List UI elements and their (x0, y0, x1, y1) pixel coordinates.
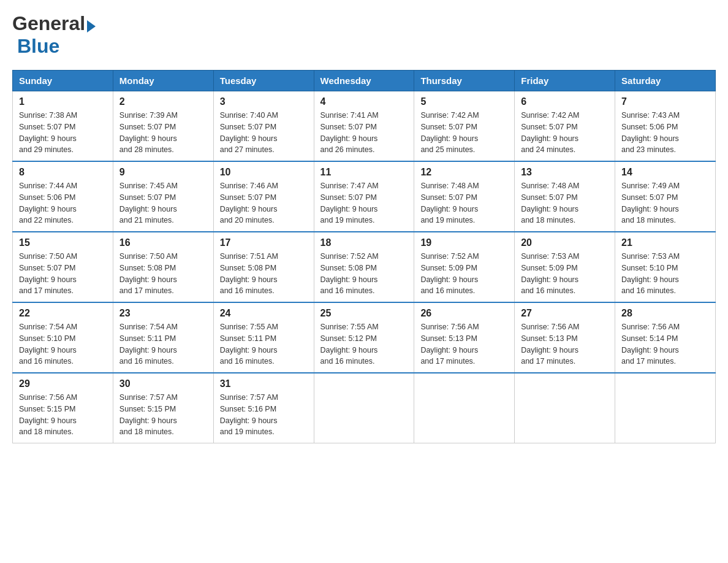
calendar-week-row: 29 Sunrise: 7:56 AMSunset: 5:15 PMDaylig… (13, 373, 716, 443)
day-number: 21 (621, 237, 709, 248)
logo-triangle-icon (87, 20, 96, 33)
calendar-cell: 1 Sunrise: 7:38 AMSunset: 5:07 PMDayligh… (13, 91, 113, 162)
calendar-cell: 7 Sunrise: 7:43 AMSunset: 5:06 PMDayligh… (615, 91, 716, 162)
day-info: Sunrise: 7:57 AMSunset: 5:16 PMDaylight:… (220, 393, 278, 436)
calendar-cell: 4 Sunrise: 7:41 AMSunset: 5:07 PMDayligh… (314, 91, 414, 162)
day-info: Sunrise: 7:40 AMSunset: 5:07 PMDaylight:… (220, 111, 278, 154)
day-info: Sunrise: 7:41 AMSunset: 5:07 PMDaylight:… (320, 111, 379, 154)
calendar-cell: 25 Sunrise: 7:55 AMSunset: 5:12 PMDaylig… (314, 302, 414, 373)
calendar-cell: 8 Sunrise: 7:44 AMSunset: 5:06 PMDayligh… (13, 161, 113, 232)
day-info: Sunrise: 7:51 AMSunset: 5:08 PMDaylight:… (220, 252, 278, 295)
day-header-saturday: Saturday (615, 71, 716, 91)
day-info: Sunrise: 7:56 AMSunset: 5:13 PMDaylight:… (420, 323, 479, 366)
day-info: Sunrise: 7:55 AMSunset: 5:12 PMDaylight:… (320, 323, 379, 366)
day-number: 1 (19, 96, 107, 107)
day-number: 8 (19, 167, 107, 178)
calendar-cell: 17 Sunrise: 7:51 AMSunset: 5:08 PMDaylig… (213, 232, 314, 302)
calendar-cell: 31 Sunrise: 7:57 AMSunset: 5:16 PMDaylig… (213, 373, 314, 443)
day-header-tuesday: Tuesday (213, 71, 314, 91)
day-info: Sunrise: 7:49 AMSunset: 5:07 PMDaylight:… (621, 182, 680, 224)
logo-general-text: General (12, 12, 85, 35)
day-info: Sunrise: 7:45 AMSunset: 5:07 PMDaylight:… (119, 182, 178, 224)
calendar-cell (515, 373, 615, 443)
logo-blue-text: Blue (17, 35, 59, 57)
day-info: Sunrise: 7:52 AMSunset: 5:09 PMDaylight:… (420, 252, 479, 295)
calendar-cell: 21 Sunrise: 7:53 AMSunset: 5:10 PMDaylig… (615, 232, 716, 302)
calendar-cell: 10 Sunrise: 7:46 AMSunset: 5:07 PMDaylig… (213, 161, 314, 232)
day-number: 17 (220, 237, 308, 248)
calendar-cell: 5 Sunrise: 7:42 AMSunset: 5:07 PMDayligh… (414, 91, 515, 162)
day-info: Sunrise: 7:47 AMSunset: 5:07 PMDaylight:… (320, 182, 379, 224)
day-info: Sunrise: 7:38 AMSunset: 5:07 PMDaylight:… (19, 111, 77, 154)
day-number: 13 (521, 167, 609, 178)
day-info: Sunrise: 7:43 AMSunset: 5:06 PMDaylight:… (621, 111, 680, 154)
day-info: Sunrise: 7:56 AMSunset: 5:13 PMDaylight:… (521, 323, 579, 366)
day-info: Sunrise: 7:52 AMSunset: 5:08 PMDaylight:… (320, 252, 379, 295)
calendar-cell (414, 373, 515, 443)
day-header-thursday: Thursday (414, 71, 515, 91)
calendar-header-row: SundayMondayTuesdayWednesdayThursdayFrid… (13, 71, 716, 91)
day-header-friday: Friday (515, 71, 615, 91)
day-info: Sunrise: 7:48 AMSunset: 5:07 PMDaylight:… (420, 182, 479, 224)
day-number: 14 (621, 167, 709, 178)
calendar-cell: 12 Sunrise: 7:48 AMSunset: 5:07 PMDaylig… (414, 161, 515, 232)
day-number: 26 (420, 308, 508, 319)
day-info: Sunrise: 7:57 AMSunset: 5:15 PMDaylight:… (119, 393, 178, 436)
calendar-cell: 24 Sunrise: 7:55 AMSunset: 5:11 PMDaylig… (213, 302, 314, 373)
day-number: 28 (621, 308, 709, 319)
day-number: 15 (19, 237, 107, 248)
calendar-table: SundayMondayTuesdayWednesdayThursdayFrid… (12, 70, 716, 443)
calendar-cell: 9 Sunrise: 7:45 AMSunset: 5:07 PMDayligh… (113, 161, 213, 232)
calendar-cell: 2 Sunrise: 7:39 AMSunset: 5:07 PMDayligh… (113, 91, 213, 162)
calendar-cell: 18 Sunrise: 7:52 AMSunset: 5:08 PMDaylig… (314, 232, 414, 302)
day-info: Sunrise: 7:55 AMSunset: 5:11 PMDaylight:… (220, 323, 278, 366)
day-number: 2 (119, 96, 207, 107)
day-info: Sunrise: 7:56 AMSunset: 5:15 PMDaylight:… (19, 393, 77, 436)
day-header-monday: Monday (113, 71, 213, 91)
calendar-cell: 28 Sunrise: 7:56 AMSunset: 5:14 PMDaylig… (615, 302, 716, 373)
calendar-cell: 11 Sunrise: 7:47 AMSunset: 5:07 PMDaylig… (314, 161, 414, 232)
day-number: 11 (320, 167, 408, 178)
calendar-cell: 29 Sunrise: 7:56 AMSunset: 5:15 PMDaylig… (13, 373, 113, 443)
day-info: Sunrise: 7:54 AMSunset: 5:11 PMDaylight:… (119, 323, 178, 366)
calendar-cell: 23 Sunrise: 7:54 AMSunset: 5:11 PMDaylig… (113, 302, 213, 373)
day-info: Sunrise: 7:56 AMSunset: 5:14 PMDaylight:… (621, 323, 680, 366)
day-number: 5 (420, 96, 508, 107)
day-number: 25 (320, 308, 408, 319)
calendar-cell: 30 Sunrise: 7:57 AMSunset: 5:15 PMDaylig… (113, 373, 213, 443)
day-info: Sunrise: 7:42 AMSunset: 5:07 PMDaylight:… (521, 111, 579, 154)
day-number: 31 (220, 378, 308, 389)
calendar-week-row: 22 Sunrise: 7:54 AMSunset: 5:10 PMDaylig… (13, 302, 716, 373)
calendar-cell: 15 Sunrise: 7:50 AMSunset: 5:07 PMDaylig… (13, 232, 113, 302)
day-info: Sunrise: 7:50 AMSunset: 5:07 PMDaylight:… (19, 252, 77, 295)
day-info: Sunrise: 7:53 AMSunset: 5:10 PMDaylight:… (621, 252, 680, 295)
day-number: 29 (19, 378, 107, 389)
calendar-cell: 6 Sunrise: 7:42 AMSunset: 5:07 PMDayligh… (515, 91, 615, 162)
day-number: 22 (19, 308, 107, 319)
day-info: Sunrise: 7:46 AMSunset: 5:07 PMDaylight:… (220, 182, 278, 224)
day-header-sunday: Sunday (13, 71, 113, 91)
day-info: Sunrise: 7:44 AMSunset: 5:06 PMDaylight:… (19, 182, 77, 224)
day-number: 23 (119, 308, 207, 319)
day-number: 20 (521, 237, 609, 248)
day-info: Sunrise: 7:42 AMSunset: 5:07 PMDaylight:… (420, 111, 479, 154)
calendar-cell: 26 Sunrise: 7:56 AMSunset: 5:13 PMDaylig… (414, 302, 515, 373)
calendar-cell: 27 Sunrise: 7:56 AMSunset: 5:13 PMDaylig… (515, 302, 615, 373)
calendar-cell: 22 Sunrise: 7:54 AMSunset: 5:10 PMDaylig… (13, 302, 113, 373)
calendar-week-row: 8 Sunrise: 7:44 AMSunset: 5:06 PMDayligh… (13, 161, 716, 232)
calendar-cell (314, 373, 414, 443)
day-number: 3 (220, 96, 308, 107)
day-header-wednesday: Wednesday (314, 71, 414, 91)
day-number: 6 (521, 96, 609, 107)
day-number: 12 (420, 167, 508, 178)
calendar-cell: 14 Sunrise: 7:49 AMSunset: 5:07 PMDaylig… (615, 161, 716, 232)
calendar-cell: 16 Sunrise: 7:50 AMSunset: 5:08 PMDaylig… (113, 232, 213, 302)
day-number: 16 (119, 237, 207, 248)
calendar-week-row: 1 Sunrise: 7:38 AMSunset: 5:07 PMDayligh… (13, 91, 716, 162)
calendar-cell: 20 Sunrise: 7:53 AMSunset: 5:09 PMDaylig… (515, 232, 615, 302)
day-info: Sunrise: 7:48 AMSunset: 5:07 PMDaylight:… (521, 182, 579, 224)
calendar-week-row: 15 Sunrise: 7:50 AMSunset: 5:07 PMDaylig… (13, 232, 716, 302)
day-number: 27 (521, 308, 609, 319)
day-number: 7 (621, 96, 709, 107)
day-number: 9 (119, 167, 207, 178)
